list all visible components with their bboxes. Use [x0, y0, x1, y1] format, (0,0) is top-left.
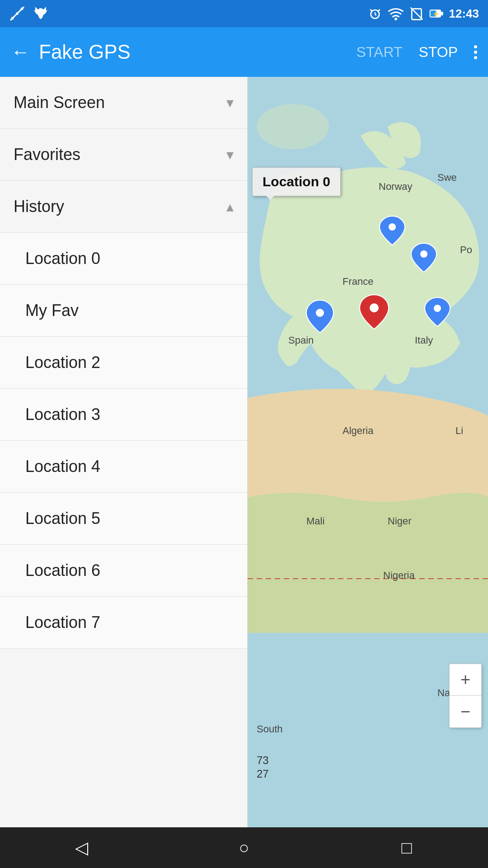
svg-text:Niger: Niger — [388, 515, 412, 527]
wifi-icon — [388, 5, 404, 22]
svg-text:Spain: Spain — [288, 335, 314, 346]
history-item-0[interactable]: Location 0 — [0, 233, 247, 285]
zoom-controls: + − — [449, 664, 482, 728]
cat-icon — [33, 5, 49, 22]
section-favorites[interactable]: Favorites ▾ — [0, 129, 247, 181]
svg-text:South: South — [257, 723, 283, 735]
svg-text:Mali: Mali — [306, 515, 324, 527]
app-bar: ← Fake GPS START STOP — [0, 27, 488, 77]
svg-text:Nigeria: Nigeria — [383, 570, 415, 581]
svg-point-5 — [16, 12, 19, 15]
more-button[interactable] — [474, 45, 477, 59]
map-tooltip: Location 0 — [252, 167, 341, 196]
alarm-icon — [368, 6, 382, 21]
svg-point-37 — [420, 250, 427, 258]
svg-text:27: 27 — [257, 768, 269, 780]
zoom-out-button[interactable]: − — [450, 696, 481, 727]
svg-point-11 — [394, 18, 397, 20]
svg-point-19 — [257, 104, 329, 149]
svg-text:France: France — [343, 276, 373, 287]
time-display: 12:43 — [449, 7, 479, 21]
map-background: Norway Swe Po France Spain Italy Algeria… — [248, 77, 488, 827]
svg-text:73: 73 — [257, 754, 269, 766]
svg-line-8 — [375, 14, 376, 15]
left-panel: Main Screen ▾ Favorites ▾ History ▴ Loca… — [0, 77, 248, 827]
svg-text:⚡: ⚡ — [432, 10, 439, 17]
history-item-4[interactable]: Location 4 — [0, 441, 247, 493]
dot1 — [474, 45, 477, 48]
app-bar-actions: START STOP — [357, 44, 477, 61]
svg-text:Swe: Swe — [437, 172, 457, 183]
history-item-6[interactable]: Location 6 — [0, 545, 247, 597]
svg-text:Italy: Italy — [415, 335, 433, 346]
section-history[interactable]: History ▴ — [0, 181, 247, 233]
stop-button[interactable]: STOP — [418, 44, 458, 61]
sim-off-icon — [409, 6, 424, 21]
svg-line-3 — [10, 16, 14, 20]
history-label: History — [14, 197, 64, 216]
status-bar-left-icons — [9, 5, 49, 22]
nav-home-button[interactable]: ○ — [226, 830, 262, 866]
svg-point-39 — [434, 305, 441, 312]
svg-rect-16 — [441, 12, 443, 15]
svg-text:Norway: Norway — [379, 181, 413, 192]
svg-point-38 — [316, 309, 324, 317]
svg-text:Algeria: Algeria — [343, 425, 374, 436]
section-main-screen[interactable]: Main Screen ▾ — [0, 77, 247, 129]
bottom-navigation: ◁ ○ □ — [0, 827, 488, 868]
zoom-in-button[interactable]: + — [450, 664, 481, 696]
status-bar: ⚡ 12:43 — [0, 0, 488, 27]
history-item-3[interactable]: Location 3 — [0, 389, 247, 441]
history-item-5[interactable]: Location 5 — [0, 493, 247, 545]
svg-line-9 — [370, 9, 372, 11]
history-chevron: ▴ — [226, 198, 234, 215]
svg-line-10 — [378, 9, 380, 11]
main-content: Main Screen ▾ Favorites ▾ History ▴ Loca… — [0, 77, 488, 827]
svg-text:Li: Li — [455, 425, 463, 436]
battery-icon: ⚡ — [429, 6, 444, 21]
history-item-2[interactable]: Location 2 — [0, 337, 247, 389]
history-item-7[interactable]: Location 7 — [0, 597, 247, 649]
status-bar-right-icons: ⚡ 12:43 — [368, 5, 479, 22]
dot2 — [474, 51, 477, 54]
svg-text:Po: Po — [460, 244, 472, 255]
svg-point-40 — [370, 303, 379, 312]
favorites-chevron: ▾ — [226, 146, 234, 163]
svg-line-4 — [20, 7, 24, 11]
nav-back-button[interactable]: ◁ — [63, 830, 99, 866]
history-item-myfav[interactable]: My Fav — [0, 285, 247, 337]
main-screen-chevron: ▾ — [226, 94, 234, 111]
start-button[interactable]: START — [357, 44, 403, 61]
app-title: Fake GPS — [39, 41, 347, 63]
favorites-label: Favorites — [14, 145, 80, 164]
main-screen-label: Main Screen — [14, 93, 105, 112]
dot3 — [474, 56, 477, 59]
back-button[interactable]: ← — [11, 41, 30, 63]
nav-recent-button[interactable]: □ — [389, 830, 425, 866]
satellite-icon — [9, 5, 25, 22]
svg-point-36 — [389, 223, 396, 231]
map-panel: Norway Swe Po France Spain Italy Algeria… — [248, 77, 488, 827]
